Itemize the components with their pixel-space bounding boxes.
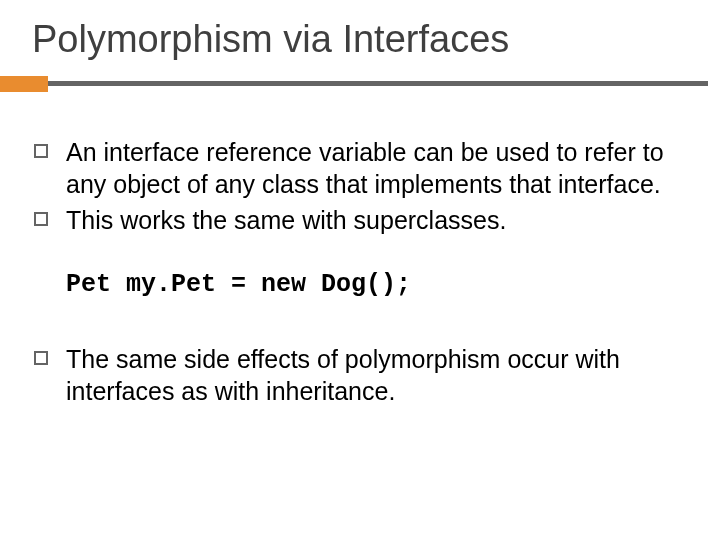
rule-line xyxy=(48,81,708,86)
list-item: An interface reference variable can be u… xyxy=(34,136,672,200)
bullet-icon xyxy=(34,144,48,158)
bullet-icon xyxy=(34,212,48,226)
slide: Polymorphism via Interfaces An interface… xyxy=(0,0,720,540)
slide-body: An interface reference variable can be u… xyxy=(0,136,720,407)
bullet-icon xyxy=(34,351,48,365)
bullet-text: This works the same with superclasses. xyxy=(66,204,506,236)
accent-block xyxy=(0,76,48,92)
list-item: The same side effects of polymorphism oc… xyxy=(34,343,672,407)
list-item: This works the same with superclasses. xyxy=(34,204,672,236)
bullet-text: An interface reference variable can be u… xyxy=(66,136,672,200)
code-sample: Pet my.Pet = new Dog(); xyxy=(34,270,672,299)
bullet-text: The same side effects of polymorphism oc… xyxy=(66,343,672,407)
title-rule xyxy=(0,76,720,92)
slide-title: Polymorphism via Interfaces xyxy=(0,18,720,62)
